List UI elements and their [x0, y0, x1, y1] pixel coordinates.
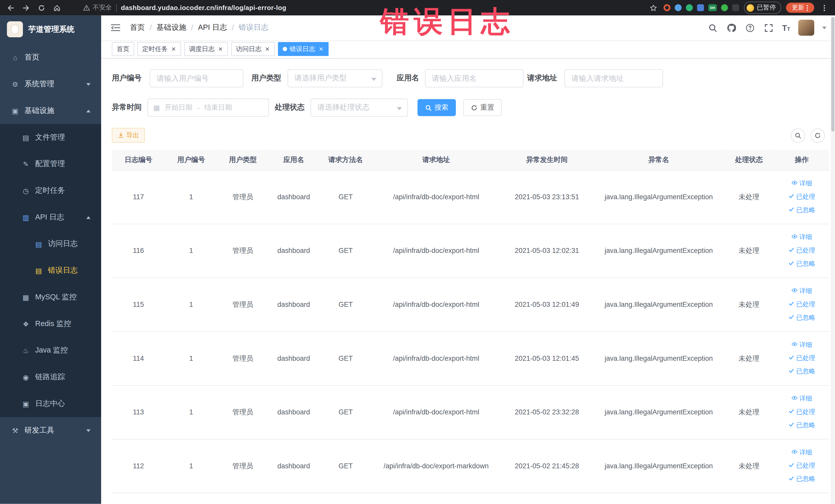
action-label: 已处理	[796, 300, 815, 309]
action-processed[interactable]: 已处理	[788, 300, 815, 309]
extension-icon[interactable]	[697, 4, 704, 11]
export-button[interactable]: 导出	[112, 128, 145, 143]
exception-time-range[interactable]: ▦ 开始日期 - 结束日期	[148, 99, 269, 117]
extension-icon[interactable]	[686, 4, 693, 11]
cell-url: /api/infra/db-doc/export-html	[372, 170, 500, 224]
sidebar-item-infra[interactable]: ▣基础设施	[0, 98, 101, 124]
sidebar-item-java[interactable]: ♨Java 监控	[0, 337, 101, 364]
file-icon: ▤	[21, 134, 30, 141]
bookmark-star-icon[interactable]	[648, 2, 659, 13]
sidebar-item-config[interactable]: ✎配置管理	[0, 151, 101, 177]
reload-icon[interactable]	[36, 2, 47, 13]
sidebar-item-file[interactable]: ▤文件管理	[0, 124, 101, 151]
tab-访问日志[interactable]: 访问日志	[231, 42, 274, 56]
action-label: 已忽略	[796, 421, 815, 430]
back-icon[interactable]	[5, 2, 16, 13]
security-chip[interactable]: 不安全	[83, 3, 112, 12]
action-processed[interactable]: 已处理	[788, 192, 815, 201]
cell-method: GET	[319, 331, 372, 385]
sidebar-item-dev-tools[interactable]: ⚒研发工具	[0, 417, 101, 444]
font-size-icon[interactable]: TT	[782, 24, 790, 32]
breadcrumb-item-home[interactable]: 首页	[130, 23, 145, 32]
action-detail[interactable]: 详细	[791, 179, 812, 188]
request-url-input[interactable]	[565, 69, 663, 87]
close-icon[interactable]	[264, 46, 270, 52]
trace-icon: ◉	[21, 373, 30, 381]
tab-错误日志[interactable]: 错误日志	[278, 42, 329, 56]
breadcrumb-item-api-log[interactable]: API 日志	[198, 23, 227, 32]
sidebar-item-access-log[interactable]: ▤访问日志	[0, 230, 101, 257]
address-url[interactable]: dashboard.yudao.iocoder.cn/infra/log/api…	[121, 4, 286, 12]
sidebar-item-mysql[interactable]: ▦MySQL 监控	[0, 284, 101, 311]
refresh-button[interactable]	[811, 128, 825, 142]
tab-调度日志[interactable]: 调度日志	[184, 42, 228, 56]
action-processed[interactable]: 已处理	[788, 407, 815, 417]
tab-label: 调度日志	[189, 44, 215, 54]
scrollbar-thumb[interactable]	[831, 17, 834, 132]
sidebar-item-api-log[interactable]: ▥API 日志	[0, 204, 101, 231]
user-type-select[interactable]: 请选择用户类型	[287, 69, 382, 87]
chevron-down-icon	[397, 107, 402, 110]
close-icon[interactable]	[170, 46, 176, 52]
sidebar-item-job[interactable]: ◷定时任务	[0, 177, 101, 204]
user-id-input[interactable]	[150, 69, 243, 87]
filter-row-2: 异常时间 ▦ 开始日期 - 结束日期 处理状态 请选择处理状态 搜索	[112, 99, 829, 117]
check-icon	[788, 247, 794, 255]
breadcrumb-separator: /	[232, 23, 234, 32]
action-detail[interactable]: 详细	[791, 233, 812, 242]
action-detail[interactable]: 详细	[791, 286, 812, 296]
action-ignored[interactable]: 已忽略	[788, 313, 815, 322]
menu-kebab-icon[interactable]	[819, 2, 830, 13]
action-ignored[interactable]: 已忽略	[788, 367, 815, 376]
breadcrumb-item-infra[interactable]: 基础设施	[157, 23, 186, 32]
tab-定时任务[interactable]: 定时任务	[137, 42, 181, 56]
action-detail[interactable]: 详细	[791, 448, 812, 457]
github-icon[interactable]	[726, 22, 737, 33]
cell-actions: 详细已处理已忽略	[774, 278, 829, 331]
home-icon[interactable]	[52, 2, 62, 13]
app-name-input[interactable]	[425, 69, 524, 87]
action-processed[interactable]: 已处理	[788, 354, 815, 363]
forward-icon[interactable]	[21, 2, 31, 13]
action-ignored[interactable]: 已忽略	[788, 206, 815, 215]
action-processed[interactable]: 已处理	[788, 246, 815, 255]
tab-首页[interactable]: 首页	[112, 42, 134, 56]
paused-profile-chip[interactable]: 已暂停	[744, 2, 781, 14]
hamburger-icon[interactable]	[109, 22, 121, 34]
action-ignored[interactable]: 已忽略	[788, 259, 815, 268]
process-status-select[interactable]: 请选择处理状态	[310, 99, 408, 117]
sidebar-item-log-center[interactable]: ▣日志中心	[0, 390, 101, 417]
action-detail[interactable]: 详细	[791, 394, 812, 403]
sidebar-item-home[interactable]: ⌂首页	[0, 44, 101, 71]
action-ignored[interactable]: 已忽略	[788, 475, 815, 483]
search-icon	[425, 104, 432, 111]
avatar[interactable]	[798, 20, 814, 36]
close-icon[interactable]	[318, 46, 324, 52]
fullscreen-icon[interactable]	[763, 22, 774, 33]
avatar-caret-icon[interactable]	[822, 26, 827, 29]
update-button[interactable]: 更新	[786, 3, 814, 13]
extension-icon[interactable]: on	[709, 4, 717, 11]
row-actions: 详细已处理已忽略	[776, 286, 827, 322]
help-icon[interactable]	[745, 22, 755, 33]
sidebar-item-trace[interactable]: ◉链路追踪	[0, 364, 101, 390]
reset-button[interactable]: 重置	[463, 99, 502, 116]
extension-icon[interactable]	[675, 4, 682, 11]
toggle-search-button[interactable]	[791, 128, 805, 142]
extension-icon[interactable]	[664, 4, 670, 11]
sidebar-item-redis[interactable]: ❖Redis 监控	[0, 310, 101, 337]
cell-time: 2021-05-03 12:01:49	[500, 278, 594, 331]
action-ignored[interactable]: 已忽略	[788, 421, 815, 430]
extensions-area: on	[664, 4, 739, 11]
action-detail[interactable]: 详细	[791, 340, 812, 349]
sidebar-item-system[interactable]: ⚙系统管理	[0, 71, 101, 98]
extension-icon[interactable]	[721, 4, 728, 11]
filter-row-1: 用户编号 用户类型 请选择用户类型 应用名 请求地址	[112, 69, 829, 87]
search-icon[interactable]	[708, 22, 718, 33]
action-processed[interactable]: 已处理	[788, 461, 815, 470]
search-button[interactable]: 搜索	[418, 99, 455, 116]
extension-icon[interactable]	[732, 4, 739, 11]
sidebar-item-error-log[interactable]: ▤错误日志	[0, 257, 101, 284]
close-icon[interactable]	[217, 46, 223, 52]
cell-id: 112	[112, 439, 165, 493]
